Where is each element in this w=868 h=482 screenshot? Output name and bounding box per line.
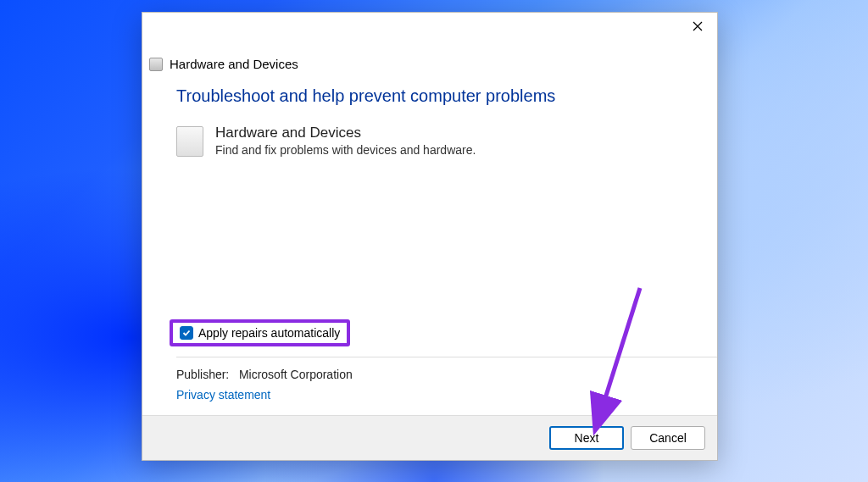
- troubleshoot-icon: [149, 58, 163, 71]
- publisher-label: Publisher:: [176, 368, 236, 381]
- window-header: Hardware and Devices: [142, 47, 717, 86]
- privacy-statement-link[interactable]: Privacy statement: [176, 388, 683, 402]
- annotation-highlight: Apply repairs automatically: [170, 319, 350, 346]
- publisher-info: Publisher: Microsoft Corporation: [176, 368, 683, 381]
- cancel-button[interactable]: Cancel: [631, 426, 705, 450]
- dialog-footer: Next Cancel: [142, 415, 717, 460]
- close-button[interactable]: [678, 13, 717, 40]
- troubleshooter-item: Hardware and Devices Find and fix proble…: [176, 125, 683, 157]
- content-area: Troubleshoot and help prevent computer p…: [142, 86, 717, 415]
- divider: [176, 357, 717, 357]
- next-button[interactable]: Next: [549, 426, 624, 450]
- titlebar: [142, 13, 717, 47]
- item-title: Hardware and Devices: [215, 125, 476, 141]
- item-description: Find and fix problems with devices and h…: [215, 143, 476, 157]
- apply-repairs-checkbox[interactable]: [180, 326, 193, 340]
- apply-repairs-checkbox-row[interactable]: Apply repairs automatically: [173, 323, 347, 343]
- hardware-icon: [176, 126, 203, 157]
- page-title: Troubleshoot and help prevent computer p…: [176, 86, 683, 106]
- publisher-value: Microsoft Corporation: [239, 368, 353, 381]
- checkmark-icon: [182, 329, 191, 337]
- window-title: Hardware and Devices: [170, 57, 298, 71]
- close-icon: [693, 21, 703, 31]
- troubleshooter-window: Hardware and Devices Troubleshoot and he…: [142, 12, 718, 461]
- apply-repairs-label: Apply repairs automatically: [198, 326, 340, 340]
